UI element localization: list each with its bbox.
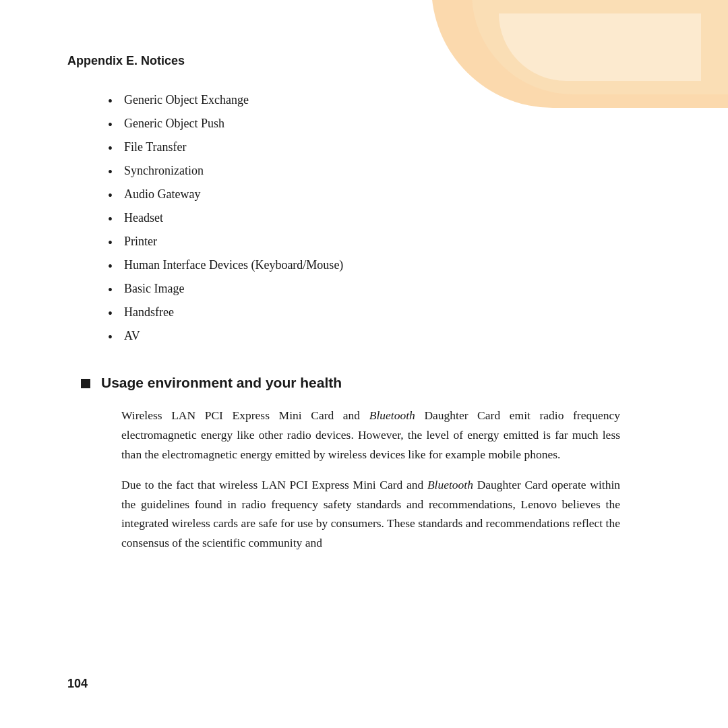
list-item: Headset — [108, 206, 661, 230]
list-item: Handsfree — [108, 301, 661, 324]
list-item: Printer — [108, 230, 661, 253]
bullet-list: Generic Object Exchange Generic Object P… — [108, 88, 661, 348]
paragraph-2: Due to the fact that wireless LAN PCI Ex… — [121, 475, 620, 553]
section-body: Wireless LAN PCI Express Mini Card and B… — [121, 406, 620, 553]
page-number: 104 — [67, 677, 88, 691]
list-item: Basic Image — [108, 277, 661, 301]
list-item: File Transfer — [108, 135, 661, 159]
list-item: Human Interface Devices (Keyboard/Mouse) — [108, 253, 661, 277]
section-square-icon — [81, 379, 90, 388]
list-item: Generic Object Exchange — [108, 88, 661, 112]
list-item: AV — [108, 324, 661, 348]
section-heading-wrapper: Usage environment and your health — [81, 375, 661, 391]
paragraph-2-start: Due to the fact that wireless LAN PCI Ex… — [121, 478, 427, 491]
appendix-header: Appendix E. Notices — [67, 54, 661, 68]
list-item: Generic Object Push — [108, 112, 661, 135]
paragraph-1-start: Wireless LAN PCI Express Mini Card and — [121, 408, 369, 422]
list-item: Synchronization — [108, 159, 661, 183]
list-item: Audio Gateway — [108, 183, 661, 206]
paragraph-2-italic: Bluetooth — [427, 478, 473, 491]
paragraph-1-italic: Bluetooth — [369, 408, 415, 422]
page-content: Appendix E. Notices Generic Object Excha… — [0, 0, 728, 604]
section-heading: Usage environment and your health — [101, 375, 342, 391]
paragraph-1: Wireless LAN PCI Express Mini Card and B… — [121, 406, 620, 464]
